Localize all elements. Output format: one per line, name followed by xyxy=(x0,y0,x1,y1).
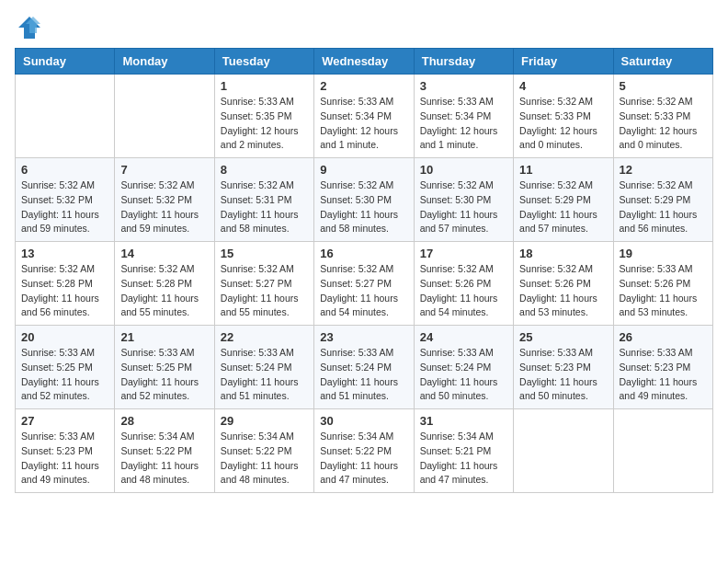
day-number: 23 xyxy=(320,330,407,344)
day-info: Sunrise: 5:32 AM Sunset: 5:33 PM Dayligh… xyxy=(620,95,707,153)
day-number: 9 xyxy=(320,163,407,177)
day-of-week-header: Saturday xyxy=(613,49,712,75)
calendar-table: SundayMondayTuesdayWednesdayThursdayFrid… xyxy=(15,48,713,493)
day-info: Sunrise: 5:32 AM Sunset: 5:26 PM Dayligh… xyxy=(420,262,507,320)
day-info: Sunrise: 5:32 AM Sunset: 5:28 PM Dayligh… xyxy=(120,262,208,320)
day-number: 18 xyxy=(519,247,607,260)
calendar-cell: 15Sunrise: 5:32 AM Sunset: 5:27 PM Dayli… xyxy=(214,242,313,326)
page-header xyxy=(15,15,713,40)
calendar-cell: 2Sunrise: 5:33 AM Sunset: 5:34 PM Daylig… xyxy=(314,75,414,158)
calendar-cell xyxy=(613,409,712,493)
calendar-cell xyxy=(16,75,115,158)
logo xyxy=(15,15,42,40)
day-info: Sunrise: 5:32 AM Sunset: 5:32 PM Dayligh… xyxy=(21,178,108,236)
day-info: Sunrise: 5:33 AM Sunset: 5:23 PM Dayligh… xyxy=(620,346,707,404)
day-number: 16 xyxy=(320,247,407,260)
calendar-cell: 16Sunrise: 5:32 AM Sunset: 5:27 PM Dayli… xyxy=(314,242,414,326)
day-info: Sunrise: 5:33 AM Sunset: 5:26 PM Dayligh… xyxy=(620,262,707,320)
calendar-cell: 12Sunrise: 5:32 AM Sunset: 5:29 PM Dayli… xyxy=(613,158,712,242)
day-of-week-header: Thursday xyxy=(414,49,513,75)
day-info: Sunrise: 5:32 AM Sunset: 5:29 PM Dayligh… xyxy=(519,178,607,236)
calendar-cell: 27Sunrise: 5:33 AM Sunset: 5:23 PM Dayli… xyxy=(16,409,115,493)
day-info: Sunrise: 5:33 AM Sunset: 5:25 PM Dayligh… xyxy=(120,346,208,404)
day-info: Sunrise: 5:34 AM Sunset: 5:22 PM Dayligh… xyxy=(221,430,308,488)
calendar-cell: 21Sunrise: 5:33 AM Sunset: 5:25 PM Dayli… xyxy=(115,326,214,409)
day-of-week-header: Friday xyxy=(514,49,613,75)
day-number: 28 xyxy=(120,414,208,428)
calendar-cell: 9Sunrise: 5:32 AM Sunset: 5:30 PM Daylig… xyxy=(314,158,414,242)
day-number: 14 xyxy=(120,247,208,260)
calendar-cell: 26Sunrise: 5:33 AM Sunset: 5:23 PM Dayli… xyxy=(613,326,712,409)
day-number: 3 xyxy=(420,79,507,93)
day-info: Sunrise: 5:33 AM Sunset: 5:24 PM Dayligh… xyxy=(420,346,507,404)
logo-icon xyxy=(17,15,42,40)
calendar-cell: 3Sunrise: 5:33 AM Sunset: 5:34 PM Daylig… xyxy=(414,75,513,158)
day-number: 6 xyxy=(21,163,108,177)
day-of-week-header: Sunday xyxy=(16,49,115,75)
calendar-cell: 1Sunrise: 5:33 AM Sunset: 5:35 PM Daylig… xyxy=(214,75,313,158)
calendar-cell: 22Sunrise: 5:33 AM Sunset: 5:24 PM Dayli… xyxy=(214,326,313,409)
day-info: Sunrise: 5:32 AM Sunset: 5:26 PM Dayligh… xyxy=(519,262,607,320)
day-number: 29 xyxy=(221,414,308,428)
calendar-cell: 10Sunrise: 5:32 AM Sunset: 5:30 PM Dayli… xyxy=(414,158,513,242)
calendar-week-row: 13Sunrise: 5:32 AM Sunset: 5:28 PM Dayli… xyxy=(16,242,713,326)
day-number: 7 xyxy=(120,163,208,177)
calendar-cell: 8Sunrise: 5:32 AM Sunset: 5:31 PM Daylig… xyxy=(214,158,313,242)
calendar-cell: 17Sunrise: 5:32 AM Sunset: 5:26 PM Dayli… xyxy=(414,242,513,326)
day-info: Sunrise: 5:33 AM Sunset: 5:34 PM Dayligh… xyxy=(320,95,407,153)
calendar-cell: 7Sunrise: 5:32 AM Sunset: 5:32 PM Daylig… xyxy=(115,158,214,242)
day-info: Sunrise: 5:34 AM Sunset: 5:22 PM Dayligh… xyxy=(320,430,407,488)
day-number: 24 xyxy=(420,330,507,344)
calendar-cell: 14Sunrise: 5:32 AM Sunset: 5:28 PM Dayli… xyxy=(115,242,214,326)
day-number: 27 xyxy=(21,414,108,428)
calendar-cell: 20Sunrise: 5:33 AM Sunset: 5:25 PM Dayli… xyxy=(16,326,115,409)
day-info: Sunrise: 5:32 AM Sunset: 5:29 PM Dayligh… xyxy=(620,178,707,236)
calendar-cell: 18Sunrise: 5:32 AM Sunset: 5:26 PM Dayli… xyxy=(514,242,613,326)
day-number: 4 xyxy=(519,79,607,93)
calendar-cell xyxy=(115,75,214,158)
calendar-cell: 13Sunrise: 5:32 AM Sunset: 5:28 PM Dayli… xyxy=(16,242,115,326)
day-of-week-header: Monday xyxy=(115,49,214,75)
day-number: 25 xyxy=(519,330,607,344)
day-info: Sunrise: 5:33 AM Sunset: 5:23 PM Dayligh… xyxy=(519,346,607,404)
day-info: Sunrise: 5:34 AM Sunset: 5:22 PM Dayligh… xyxy=(120,430,208,488)
day-of-week-header: Wednesday xyxy=(314,49,414,75)
day-number: 21 xyxy=(120,330,208,344)
day-number: 13 xyxy=(21,247,108,260)
day-number: 31 xyxy=(420,414,507,428)
day-info: Sunrise: 5:32 AM Sunset: 5:28 PM Dayligh… xyxy=(21,262,108,320)
calendar-cell: 6Sunrise: 5:32 AM Sunset: 5:32 PM Daylig… xyxy=(16,158,115,242)
calendar-cell: 31Sunrise: 5:34 AM Sunset: 5:21 PM Dayli… xyxy=(414,409,513,493)
day-number: 19 xyxy=(620,247,707,260)
day-info: Sunrise: 5:32 AM Sunset: 5:27 PM Dayligh… xyxy=(221,262,308,320)
day-of-week-header: Tuesday xyxy=(214,49,313,75)
calendar-week-row: 20Sunrise: 5:33 AM Sunset: 5:25 PM Dayli… xyxy=(16,326,713,409)
calendar-cell: 11Sunrise: 5:32 AM Sunset: 5:29 PM Dayli… xyxy=(514,158,613,242)
calendar-week-row: 6Sunrise: 5:32 AM Sunset: 5:32 PM Daylig… xyxy=(16,158,713,242)
day-number: 20 xyxy=(21,330,108,344)
day-number: 12 xyxy=(620,163,707,177)
day-number: 10 xyxy=(420,163,507,177)
day-number: 30 xyxy=(320,414,407,428)
calendar-cell: 24Sunrise: 5:33 AM Sunset: 5:24 PM Dayli… xyxy=(414,326,513,409)
day-number: 8 xyxy=(221,163,308,177)
day-info: Sunrise: 5:33 AM Sunset: 5:35 PM Dayligh… xyxy=(221,95,308,153)
day-info: Sunrise: 5:32 AM Sunset: 5:27 PM Dayligh… xyxy=(320,262,407,320)
day-number: 11 xyxy=(519,163,607,177)
day-info: Sunrise: 5:33 AM Sunset: 5:25 PM Dayligh… xyxy=(21,346,108,404)
day-info: Sunrise: 5:32 AM Sunset: 5:30 PM Dayligh… xyxy=(420,178,507,236)
day-info: Sunrise: 5:32 AM Sunset: 5:32 PM Dayligh… xyxy=(120,178,208,236)
day-info: Sunrise: 5:33 AM Sunset: 5:23 PM Dayligh… xyxy=(21,430,108,488)
calendar-cell: 4Sunrise: 5:32 AM Sunset: 5:33 PM Daylig… xyxy=(514,75,613,158)
day-info: Sunrise: 5:33 AM Sunset: 5:34 PM Dayligh… xyxy=(420,95,507,153)
day-number: 2 xyxy=(320,79,407,93)
day-number: 1 xyxy=(221,79,308,93)
calendar-cell: 28Sunrise: 5:34 AM Sunset: 5:22 PM Dayli… xyxy=(115,409,214,493)
day-number: 5 xyxy=(620,79,707,93)
day-info: Sunrise: 5:32 AM Sunset: 5:33 PM Dayligh… xyxy=(519,95,607,153)
calendar-cell: 19Sunrise: 5:33 AM Sunset: 5:26 PM Dayli… xyxy=(613,242,712,326)
day-number: 22 xyxy=(221,330,308,344)
day-info: Sunrise: 5:32 AM Sunset: 5:30 PM Dayligh… xyxy=(320,178,407,236)
calendar-cell: 23Sunrise: 5:33 AM Sunset: 5:24 PM Dayli… xyxy=(314,326,414,409)
day-info: Sunrise: 5:32 AM Sunset: 5:31 PM Dayligh… xyxy=(221,178,308,236)
